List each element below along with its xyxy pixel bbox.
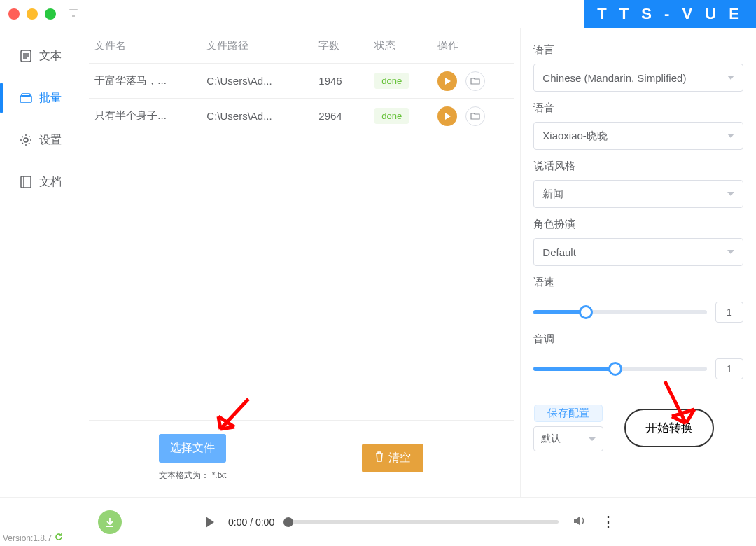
monitor-icon [69,9,78,20]
language-select[interactable]: Chinese (Mandarin, Simplified) [533,64,743,92]
speed-slider[interactable] [533,310,707,314]
col-status: 状态 [374,39,438,52]
col-ops: 操作 [438,39,514,52]
seek-thumb[interactable] [284,517,293,527]
version-label: Version:1.8.7 [3,533,63,543]
table-row: 只有半个身子... C:\Users\Ad... 2964 done [89,98,514,133]
clear-button-label: 清空 [388,451,411,465]
batch-icon [20,93,32,103]
player-time: 0:00 / 0:00 [228,517,274,528]
open-folder-button[interactable] [465,106,485,126]
svg-rect-7 [22,94,30,96]
player-seek-slider[interactable] [288,520,559,524]
volume-icon[interactable] [573,514,587,529]
player-bar: 0:00 / 0:00 ⋮ [0,497,756,546]
player-play-button[interactable] [206,517,214,528]
sidebar-item-docs[interactable]: 文档 [0,161,83,203]
table-header: 文件名 文件路径 字数 状态 操作 [89,28,514,63]
col-name: 文件名 [94,39,206,52]
open-folder-button[interactable] [465,71,485,91]
language-label: 语言 [533,43,743,57]
minimize-window-button[interactable] [27,8,38,20]
slider-thumb[interactable] [608,362,622,376]
svg-point-8 [24,138,28,142]
cell-name: 只有半个身子... [94,109,206,122]
play-button[interactable] [438,106,457,126]
table-row: 于富华落马，... C:\Users\Ad... 1946 done [89,63,514,98]
main-content: 文件名 文件路径 字数 状态 操作 于富华落马，... C:\Users\Ad.… [83,28,521,497]
cell-path: C:\Users\Ad... [206,75,318,87]
download-button[interactable] [98,510,122,534]
clear-button[interactable]: 清空 [362,444,424,472]
cell-count: 2964 [318,110,374,122]
preset-select[interactable]: 默认 [533,426,603,451]
cell-count: 1946 [318,75,374,87]
refresh-icon[interactable] [55,533,63,543]
app-title: T T S - V U E [584,0,756,28]
maximize-window-button[interactable] [45,8,56,20]
cell-name: 于富华落马，... [94,74,206,88]
book-icon [20,176,32,188]
play-icon [445,78,451,85]
speed-label: 语速 [533,276,743,289]
sidebar-item-batch[interactable]: 批量 [0,77,83,119]
col-path: 文件路径 [206,39,318,52]
gear-icon [20,134,32,146]
voice-label: 语音 [533,102,743,115]
play-button[interactable] [438,71,457,91]
sidebar-item-label: 设置 [39,133,62,148]
svg-rect-6 [20,96,31,102]
play-icon [445,113,451,120]
role-select[interactable]: Default [533,238,743,266]
sidebar-item-settings[interactable]: 设置 [0,119,83,161]
trash-icon [374,451,384,465]
status-badge: done [374,108,409,124]
status-badge: done [374,73,409,89]
start-convert-button[interactable]: 开始转换 [624,409,714,447]
role-label: 角色扮演 [533,218,743,231]
voice-select[interactable]: Xiaoxiao-晓晓 [533,122,743,150]
sidebar-item-label: 批量 [39,91,62,106]
pitch-value: 1 [715,358,743,379]
svg-rect-1 [72,15,75,17]
col-count: 字数 [318,39,374,52]
file-format-hint: 文本格式为： *.txt [159,470,226,482]
sidebar-item-text[interactable]: 文本 [0,35,83,77]
svg-rect-9 [21,176,31,188]
sidebar-item-label: 文档 [39,175,62,190]
file-actions: 选择文件 文本格式为： *.txt 清空 [89,420,514,497]
close-window-button[interactable] [8,8,20,20]
sidebar: 文本 批量 设置 文档 [0,28,83,497]
titlebar: T T S - V U E [0,0,756,28]
select-file-button[interactable]: 选择文件 [159,434,226,463]
player-menu-button[interactable]: ⋮ [601,513,742,531]
svg-rect-0 [69,9,78,15]
slider-thumb[interactable] [579,305,593,319]
sidebar-item-label: 文本 [39,49,62,64]
cell-path: C:\Users\Ad... [206,110,318,122]
settings-panel: 语言 Chinese (Mandarin, Simplified) 语音 Xia… [521,28,756,497]
window-controls [8,8,56,20]
speed-value: 1 [715,302,743,323]
save-config-button[interactable]: 保存配置 [534,405,603,422]
pitch-slider[interactable] [533,367,707,371]
style-label: 说话风格 [533,160,743,173]
document-icon [20,50,32,62]
pitch-label: 音调 [533,332,743,346]
style-select[interactable]: 新闻 [533,180,743,208]
